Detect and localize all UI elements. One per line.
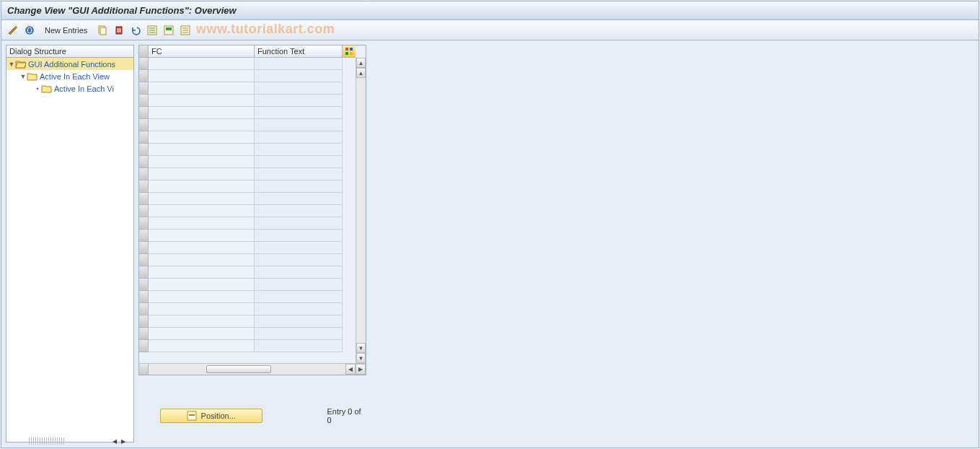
- cell-function-text[interactable]: [255, 254, 343, 266]
- scroll-down-button-alt[interactable]: ▼: [356, 343, 366, 353]
- cell-fc[interactable]: [149, 168, 255, 180]
- cell-function-text[interactable]: [255, 144, 343, 156]
- cell-function-text[interactable]: [255, 328, 343, 340]
- cell-function-text[interactable]: [255, 266, 343, 279]
- table-row[interactable]: [139, 205, 356, 217]
- cell-function-text[interactable]: [255, 156, 343, 168]
- cell-fc[interactable]: [149, 315, 255, 328]
- cell-function-text[interactable]: [255, 303, 343, 315]
- toggle-display-change-icon[interactable]: [6, 23, 20, 38]
- row-selector[interactable]: [139, 131, 149, 144]
- cell-fc[interactable]: [149, 303, 255, 315]
- cell-function-text[interactable]: [255, 95, 343, 107]
- cell-fc[interactable]: [149, 254, 255, 266]
- cell-fc[interactable]: [149, 107, 255, 119]
- undo-change-icon[interactable]: [128, 23, 143, 38]
- table-row[interactable]: [139, 131, 356, 144]
- cell-function-text[interactable]: [255, 107, 343, 119]
- table-row[interactable]: [139, 70, 356, 82]
- scroll-up-button[interactable]: ▲: [356, 58, 366, 68]
- row-selector[interactable]: [139, 144, 149, 156]
- cell-fc[interactable]: [149, 82, 255, 95]
- cell-fc[interactable]: [149, 180, 255, 193]
- cell-function-text[interactable]: [255, 279, 343, 291]
- cell-fc[interactable]: [149, 156, 255, 168]
- table-row[interactable]: [139, 266, 356, 279]
- cell-fc[interactable]: [149, 131, 255, 144]
- cell-fc[interactable]: [149, 95, 255, 107]
- row-selector[interactable]: [139, 70, 149, 82]
- table-row[interactable]: [139, 328, 356, 340]
- cell-fc[interactable]: [149, 340, 255, 352]
- select-all-icon[interactable]: [145, 23, 159, 38]
- table-row[interactable]: [139, 254, 356, 266]
- table-row[interactable]: [139, 291, 356, 303]
- select-block-icon[interactable]: [162, 23, 176, 38]
- row-selector[interactable]: [139, 340, 149, 352]
- table-row[interactable]: [139, 279, 356, 291]
- cell-fc[interactable]: [149, 144, 255, 156]
- other-view-icon[interactable]: [22, 23, 37, 38]
- cell-fc[interactable]: [149, 279, 255, 291]
- row-selector[interactable]: [139, 328, 149, 340]
- cell-fc[interactable]: [149, 230, 255, 242]
- row-selector[interactable]: [139, 254, 149, 266]
- cell-fc[interactable]: [149, 217, 255, 230]
- scroll-track[interactable]: [356, 78, 366, 343]
- table-row[interactable]: [139, 58, 356, 70]
- row-selector[interactable]: [139, 58, 149, 70]
- cell-function-text[interactable]: [255, 193, 343, 205]
- table-row[interactable]: [139, 315, 356, 328]
- position-button[interactable]: Position...: [160, 409, 262, 423]
- cell-fc[interactable]: [149, 70, 255, 82]
- dialog-structure-tree[interactable]: ▼ GUI Additional Functions ▼ Active In E…: [6, 58, 134, 443]
- column-header-function-text[interactable]: Function Text: [255, 45, 343, 58]
- cell-function-text[interactable]: [255, 217, 343, 230]
- scroll-down-button[interactable]: ▼: [356, 353, 366, 363]
- deselect-all-icon[interactable]: [178, 23, 193, 38]
- tree-node-active-in-each-vi[interactable]: • Active In Each Vi: [6, 82, 133, 95]
- hscroll-track[interactable]: [149, 364, 345, 375]
- expand-arrow-icon[interactable]: ▼: [8, 61, 15, 68]
- row-selector[interactable]: [139, 95, 149, 107]
- tree-node-active-in-each-view[interactable]: ▼ Active In Each View: [6, 70, 133, 82]
- scroll-up-button-alt[interactable]: ▲: [356, 68, 366, 78]
- table-row[interactable]: [139, 193, 356, 205]
- panel-scroll-left-button[interactable]: ◀: [111, 437, 118, 445]
- row-selector[interactable]: [139, 180, 149, 193]
- scroll-right-button[interactable]: ▶: [356, 364, 366, 375]
- cell-function-text[interactable]: [255, 70, 343, 82]
- row-selector[interactable]: [139, 156, 149, 168]
- row-selector[interactable]: [139, 266, 149, 279]
- cell-fc[interactable]: [149, 119, 255, 131]
- cell-fc[interactable]: [149, 58, 255, 70]
- cell-function-text[interactable]: [255, 230, 343, 242]
- table-row[interactable]: [139, 144, 356, 156]
- copy-as-icon[interactable]: [95, 23, 110, 38]
- hscroll-thumb[interactable]: [206, 365, 271, 373]
- cell-fc[interactable]: [149, 291, 255, 303]
- row-selector[interactable]: [139, 230, 149, 242]
- cell-function-text[interactable]: [255, 131, 343, 144]
- row-selector[interactable]: [139, 279, 149, 291]
- cell-function-text[interactable]: [255, 205, 343, 217]
- table-row[interactable]: [139, 230, 356, 242]
- tree-node-gui-additional-functions[interactable]: ▼ GUI Additional Functions: [6, 58, 133, 70]
- table-row[interactable]: [139, 303, 356, 315]
- table-row[interactable]: [139, 119, 356, 131]
- table-row[interactable]: [139, 156, 356, 168]
- table-row[interactable]: [139, 180, 356, 193]
- expand-arrow-icon[interactable]: ▼: [19, 73, 27, 80]
- cell-fc[interactable]: [149, 266, 255, 279]
- cell-function-text[interactable]: [255, 82, 343, 95]
- row-selector[interactable]: [139, 291, 149, 303]
- cell-function-text[interactable]: [255, 168, 343, 180]
- cell-function-text[interactable]: [255, 315, 343, 328]
- row-selector[interactable]: [139, 303, 149, 315]
- row-selector[interactable]: [139, 315, 149, 328]
- cell-function-text[interactable]: [255, 58, 343, 70]
- cell-fc[interactable]: [149, 205, 255, 217]
- scroll-left-button[interactable]: ◀: [345, 364, 356, 375]
- row-selector[interactable]: [139, 119, 149, 131]
- select-all-rows-button[interactable]: [139, 45, 149, 58]
